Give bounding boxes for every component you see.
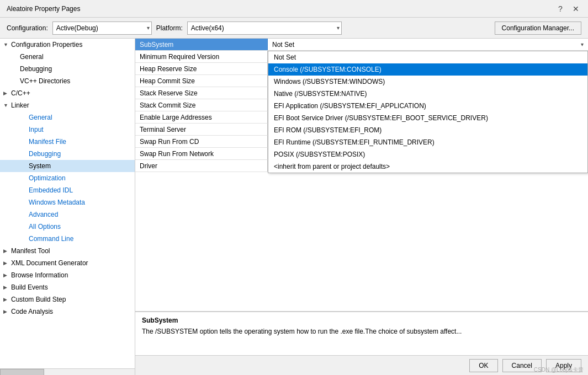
tree-label-linker-windows-metadata: Windows Metadata: [29, 199, 85, 206]
tree-item-xml-document[interactable]: ▶XML Document Generator: [0, 257, 135, 269]
prop-name-stack-reserve-size: Stack Reserve Size: [135, 87, 268, 99]
tree-item-custom-build[interactable]: ▶Custom Build Step: [0, 293, 135, 306]
description-title: SubSystem: [142, 317, 581, 324]
expand-icon-cpp: ▶: [3, 90, 9, 96]
tree-item-linker-windows-metadata[interactable]: Windows Metadata: [0, 196, 135, 208]
watermark-text: CSDN @Loup&卡普: [534, 366, 584, 374]
dropdown-option-efi-boot[interactable]: EFI Boot Service Driver (/SUBSYSTEM:EFI_…: [268, 112, 587, 124]
tree-label-general: General: [20, 53, 44, 61]
bottom-bar: OK Cancel Apply CSDN @Loup&卡普: [135, 355, 588, 375]
tree-item-linker-embedded-idl[interactable]: Embedded IDL: [0, 184, 135, 196]
subsystem-header-row: SubSystem Not Set ▾: [135, 39, 588, 51]
tree-label-linker-general: General: [29, 114, 52, 121]
tree-label-linker-input: Input: [29, 126, 44, 133]
subsystem-dropdown: Not SetConsole (/SUBSYSTEM:CONSOLE)Windo…: [268, 51, 588, 173]
tree-label-linker-advanced: Advanced: [29, 211, 58, 218]
tree-label-config-properties: Configuration Properties: [11, 41, 82, 49]
prop-name-heap-commit-size: Heap Commit Size: [135, 75, 268, 87]
tree-label-linker-embedded-idl: Embedded IDL: [29, 186, 73, 194]
subsystem-prop-name: SubSystem: [135, 39, 268, 50]
close-button[interactable]: ✕: [570, 3, 581, 14]
expand-icon-custom-build: ▶: [3, 297, 9, 302]
tree-item-linker-optimization[interactable]: Optimization: [0, 172, 135, 184]
tree-item-vc-directories[interactable]: VC++ Directories: [0, 75, 135, 87]
expand-icon-manifest-tool: ▶: [3, 248, 9, 254]
prop-name-minimum-required-version: Minimum Required Version: [135, 51, 268, 62]
tree-label-linker-all-options: All Options: [29, 223, 61, 231]
subsystem-dropdown-arrow[interactable]: ▾: [581, 41, 584, 47]
tree-item-general[interactable]: General: [0, 51, 135, 63]
prop-name-driver: Driver: [135, 160, 268, 172]
dropdown-option-console[interactable]: Console (/SUBSYSTEM:CONSOLE): [268, 63, 587, 76]
prop-name-terminal-server: Terminal Server: [135, 124, 268, 135]
tree-item-config-properties[interactable]: ▼Configuration Properties: [0, 39, 135, 51]
tree-item-cpp[interactable]: ▶C/C++: [0, 87, 135, 99]
subsystem-value-text: Not Set: [272, 41, 294, 49]
description-panel: SubSystem The /SUBSYSTEM option tells th…: [135, 311, 588, 355]
config-bar: Configuration: Active(Debug) Platform: A…: [0, 18, 588, 39]
platform-label: Platform:: [156, 24, 183, 32]
expand-icon-config-properties: ▼: [3, 42, 9, 47]
expand-icon-browse-info: ▶: [3, 272, 9, 278]
tree-label-custom-build: Custom Build Step: [11, 296, 66, 303]
tree-item-build-events[interactable]: ▶Build Events: [0, 281, 135, 293]
prop-name-enable-large-addresses: Enable Large Addresses: [135, 111, 268, 123]
property-table-area: SubSystem Not Set ▾ Not SetConsole (/SUB…: [135, 39, 588, 311]
tree-label-linker: Linker: [11, 101, 29, 109]
config-select[interactable]: Active(Debug): [52, 22, 152, 35]
tree-label-linker-system: System: [29, 162, 51, 170]
prop-name-swap-run-from-network: Swap Run From Network: [135, 148, 268, 159]
window-title: Aleatoire Property Pages: [7, 5, 80, 13]
tree-item-browse-info[interactable]: ▶Browse Information: [0, 269, 135, 281]
dropdown-option-not-set[interactable]: Not Set: [268, 51, 587, 63]
tree-item-debugging[interactable]: Debugging: [0, 63, 135, 75]
tree-item-linker-advanced[interactable]: Advanced: [0, 208, 135, 221]
tree-item-linker[interactable]: ▼Linker: [0, 99, 135, 111]
tree-item-linker-all-options[interactable]: All Options: [0, 221, 135, 233]
tree-item-linker-debugging[interactable]: Debugging: [0, 148, 135, 160]
dropdown-option-efi-runtime[interactable]: EFI Runtime (/SUBSYSTEM:EFI_RUNTIME_DRIV…: [268, 136, 587, 148]
tree-label-linker-manifest: Manifest File: [29, 138, 66, 146]
tree-label-browse-info: Browse Information: [11, 271, 68, 279]
dropdown-option-efi-app[interactable]: EFI Application (/SUBSYSTEM:EFI_APPLICAT…: [268, 100, 587, 112]
tree-item-linker-input[interactable]: Input: [0, 124, 135, 136]
tree-panel: ▼Configuration PropertiesGeneralDebuggin…: [0, 39, 135, 375]
dropdown-option-native[interactable]: Native (/SUBSYSTEM:NATIVE): [268, 88, 587, 100]
prop-name-heap-reserve-size: Heap Reserve Size: [135, 63, 268, 74]
config-label: Configuration:: [7, 24, 48, 32]
tree-item-linker-system[interactable]: System: [0, 160, 135, 172]
tree-label-xml-document: XML Document Generator: [11, 259, 88, 267]
tree-label-vc-directories: VC++ Directories: [20, 77, 70, 85]
help-button[interactable]: ?: [555, 3, 566, 14]
description-text: The /SUBSYSTEM option tells the operatin…: [142, 326, 581, 336]
expand-icon-xml-document: ▶: [3, 260, 9, 266]
tree-label-cpp: C/C++: [11, 89, 30, 97]
prop-name-stack-commit-size: Stack Commit Size: [135, 99, 268, 111]
title-bar: Aleatoire Property Pages ? ✕: [0, 0, 588, 18]
tree-item-code-analysis[interactable]: ▶Code Analysis: [0, 306, 135, 318]
platform-select[interactable]: Active(x64): [187, 22, 342, 35]
platform-select-wrap: Active(x64): [187, 22, 342, 35]
tree-label-linker-optimization: Optimization: [29, 174, 66, 182]
tree-item-linker-general[interactable]: General: [0, 111, 135, 124]
prop-name-swap-run-from-cd: Swap Run From CD: [135, 136, 268, 147]
main-content: ▼Configuration PropertiesGeneralDebuggin…: [0, 39, 588, 375]
tree-item-linker-manifest[interactable]: Manifest File: [0, 136, 135, 148]
dropdown-option-efi-rom[interactable]: EFI ROM (/SUBSYSTEM:EFI_ROM): [268, 124, 587, 136]
tree-label-manifest-tool: Manifest Tool: [11, 247, 50, 255]
tree-scrollbar[interactable]: [0, 368, 135, 375]
dropdown-option-windows[interactable]: Windows (/SUBSYSTEM:WINDOWS): [268, 76, 587, 88]
tree-item-linker-command-line[interactable]: Command Line: [0, 233, 135, 245]
right-panel: SubSystem Not Set ▾ Not SetConsole (/SUB…: [135, 39, 588, 375]
tree-scrollbar-thumb[interactable]: [0, 369, 44, 375]
expand-icon-code-analysis: ▶: [3, 309, 9, 314]
dropdown-option-inherit[interactable]: <inherit from parent or project defaults…: [268, 160, 587, 173]
tree-label-debugging: Debugging: [20, 65, 52, 73]
dropdown-option-posix[interactable]: POSIX (/SUBSYSTEM:POSIX): [268, 148, 587, 160]
subsystem-prop-value[interactable]: Not Set ▾: [268, 39, 588, 50]
config-manager-button[interactable]: Configuration Manager...: [495, 22, 581, 35]
ok-button[interactable]: OK: [469, 359, 497, 372]
window-controls: ? ✕: [555, 3, 581, 14]
tree-item-manifest-tool[interactable]: ▶Manifest Tool: [0, 245, 135, 257]
tree-label-linker-command-line: Command Line: [29, 235, 73, 243]
